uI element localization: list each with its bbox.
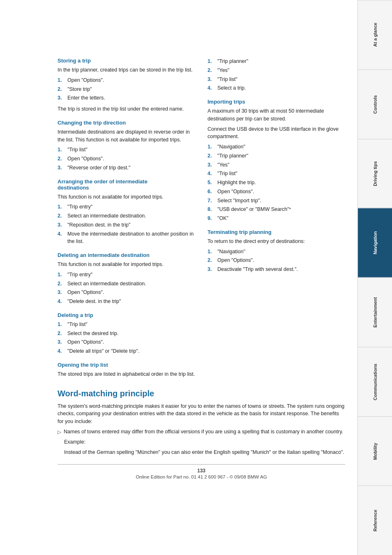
terminating-trip-steps: 1."Navigation" 2.Open "Options". 3.Deact… <box>208 248 345 273</box>
deleting-intermediate-steps: 1."Trip entry" 2.Select an intermediate … <box>58 271 195 305</box>
deleting-intermediate-title: Deleting an intermediate destination <box>58 252 195 258</box>
step-item: 1.Open "Options". <box>58 76 195 84</box>
storing-a-trip-intro: In the trip planner, created trips can b… <box>58 66 195 74</box>
example-label: Example: <box>64 438 345 446</box>
importing-trips-steps: 1."Navigation" 2."Trip planner" 3."Yes" … <box>208 143 345 222</box>
terminating-trip-intro: To return to the direct entry of destina… <box>208 238 345 245</box>
importing-trips-title: Importing trips <box>208 99 345 105</box>
sidebar-tab-controls[interactable]: Controls <box>358 69 392 139</box>
step-item: 4."Trip list" <box>208 170 345 178</box>
bullet-arrow-icon: ▷ <box>58 428 61 436</box>
opening-trip-list-title: Opening the trip list <box>58 362 195 368</box>
word-matching-bullet: ▷ Names of towns entered may differ from… <box>58 428 345 436</box>
example-text: Instead of the German spelling "München"… <box>64 449 345 456</box>
word-matching-intro: The system's word-matching principle mak… <box>58 402 345 426</box>
step-item: 1."Navigation" <box>208 248 345 256</box>
step-item: 2.Select the desired trip. <box>58 330 195 338</box>
step-item: 1."Trip planner" <box>208 58 345 65</box>
step-item: 7.Select "Import trip". <box>208 197 345 205</box>
deleting-a-trip-title: Deleting a trip <box>58 312 195 318</box>
step-item: 3.Open "Options". <box>58 338 195 346</box>
opening-trip-list-intro: The stored trips are listed in alphabeti… <box>58 370 195 378</box>
page-number: 133 <box>58 468 345 474</box>
sidebar-tab-mobility[interactable]: Mobility <box>358 416 392 486</box>
deleting-a-trip-steps: 1."Trip list" 2.Select the desired trip.… <box>58 321 195 355</box>
step-item: 2."Yes" <box>208 67 345 74</box>
word-matching-title: Word-matching principle <box>58 389 345 398</box>
right-col-opening-steps: 1."Trip planner" 2."Yes" 3."Trip list" 4… <box>208 58 345 92</box>
sidebar-tab-navigation[interactable]: Navigation <box>358 208 392 278</box>
word-matching-section: Word-matching principle The system's wor… <box>58 389 345 456</box>
deleting-intermediate-intro: This function is not available for impor… <box>58 261 195 268</box>
sidebar-tab-at-a-glance[interactable]: At a glance <box>358 0 392 69</box>
storing-a-trip-outro: The trip is stored in the trip list unde… <box>58 105 195 113</box>
step-item: 1."Trip list" <box>58 321 195 328</box>
sidebar-tab-reference[interactable]: Reference <box>358 486 392 555</box>
step-item: 4.Select a trip. <box>208 84 345 92</box>
footer: 133 Online Edition for Part no. 01 41 2 … <box>58 464 345 479</box>
step-item: 6.Open "Options". <box>208 188 345 196</box>
step-item: 3."Trip list" <box>208 76 345 83</box>
step-item: 1."Trip entry" <box>58 203 195 211</box>
importing-trips-intro2: Connect the USB device to the USB interf… <box>208 125 345 141</box>
storing-a-trip-title: Storing a trip <box>58 58 195 64</box>
step-item: 8."USB device" or "BMW Search"* <box>208 206 345 213</box>
step-item: 5.Highlight the trip. <box>208 179 345 187</box>
step-item: 2.Open "Options". <box>58 155 195 163</box>
sidebar-tab-driving-tips[interactable]: Driving tips <box>358 139 392 208</box>
step-item: 4."Delete dest. in the trip" <box>58 298 195 305</box>
step-item: 2.Select an intermediate destination. <box>58 212 195 220</box>
terminating-trip-title: Terminating trip planning <box>208 229 345 235</box>
changing-trip-direction-intro: Intermediate destinations are displayed … <box>58 128 195 144</box>
step-item: 2.Open "Options". <box>208 257 345 264</box>
step-item: 3.Open "Options". <box>58 289 195 296</box>
main-content: Storing a trip In the trip planner, crea… <box>0 0 357 555</box>
arranging-order-steps: 1."Trip entry" 2.Select an intermediate … <box>58 203 195 245</box>
sidebar: At a glance Controls Driving tips Naviga… <box>357 0 392 555</box>
step-item: 1."Navigation" <box>208 143 345 151</box>
changing-trip-direction-title: Changing the trip direction <box>58 120 195 126</box>
footnote-text: Online Edition for Part no. 01 41 2 600 … <box>58 474 345 479</box>
step-item: 3."Yes" <box>208 161 345 169</box>
left-column: Storing a trip In the trip planner, crea… <box>58 58 195 381</box>
arranging-order-intro: This function is not available for impor… <box>58 193 195 201</box>
word-matching-bullet-text: Names of towns entered may differ from t… <box>64 428 343 436</box>
step-item: 9."OK" <box>208 215 345 222</box>
step-item: 3."Reposition dest. in the trip" <box>58 221 195 229</box>
step-item: 2."Store trip" <box>58 86 195 93</box>
sidebar-tab-communications[interactable]: Communications <box>358 347 392 416</box>
step-item: 1."Trip list" <box>58 146 195 154</box>
step-item: 4.Move the intermediate destination to a… <box>58 230 195 246</box>
step-item: 3.Enter the letters. <box>58 94 195 102</box>
storing-a-trip-steps: 1.Open "Options". 2."Store trip" 3.Enter… <box>58 76 195 102</box>
arranging-order-title: Arranging the order of intermediatedesti… <box>58 178 195 191</box>
step-item: 2."Trip planner" <box>208 152 345 160</box>
step-item: 3."Reverse order of trip dest." <box>58 164 195 172</box>
right-column: 1."Trip planner" 2."Yes" 3."Trip list" 4… <box>208 58 345 381</box>
importing-trips-intro1: A maximum of 30 trips with at most 50 in… <box>208 107 345 123</box>
step-item: 3.Deactivate "Trip with several dest.". <box>208 266 345 273</box>
step-item: 4."Delete all trips" or "Delete trip". <box>58 347 195 355</box>
step-item: 2.Select an intermediate destination. <box>58 280 195 288</box>
sidebar-tab-entertainment[interactable]: Entertainment <box>358 278 392 347</box>
step-item: 1."Trip entry" <box>58 271 195 279</box>
changing-trip-direction-steps: 1."Trip list" 2.Open "Options". 3."Rever… <box>58 146 195 171</box>
